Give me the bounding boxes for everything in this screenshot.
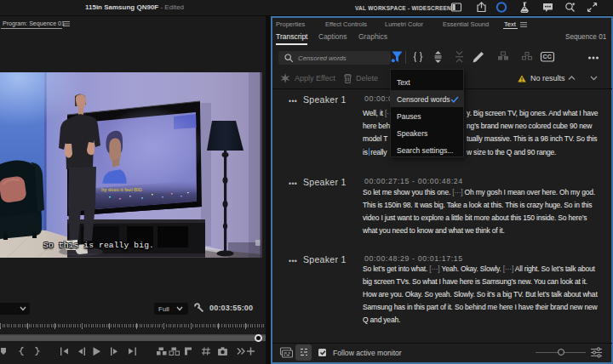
svg-text:CC: CC	[543, 54, 552, 60]
svg-text:hy does it feel BIG: hy does it feel BIG	[101, 187, 142, 192]
